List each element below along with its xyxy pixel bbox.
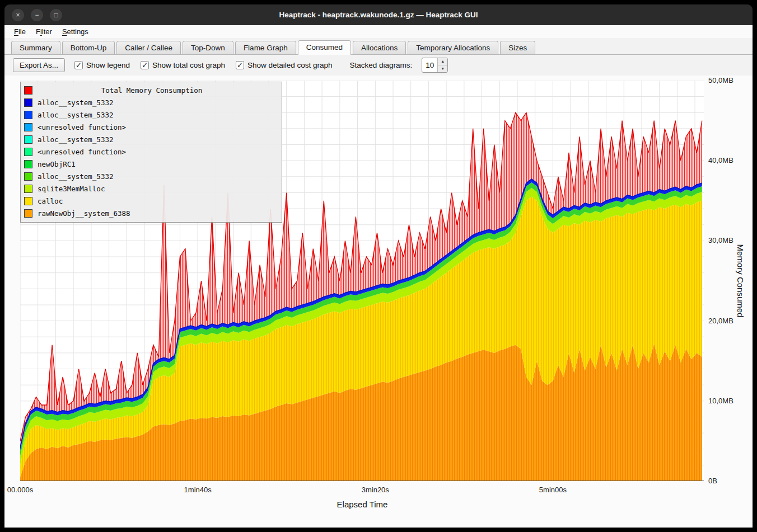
checkbox-box: ✓ (141, 61, 149, 69)
tab-flame-graph[interactable]: Flame Graph (235, 41, 296, 54)
spin-up-icon: ▴ (442, 59, 444, 64)
spin-buttons: ▴ ▾ (437, 58, 447, 72)
x-tick-label: 1min40s (184, 486, 212, 494)
minimize-icon: − (35, 11, 39, 19)
legend-item: alloc__system_5332 (24, 109, 278, 121)
checkbox-group: ✓Show legend✓Show total cost graph✓Show … (74, 61, 333, 69)
legend-swatch (24, 209, 32, 218)
tab-bar: SummaryBottom-UpCaller / CalleeTop-DownF… (4, 38, 753, 55)
window-controls: × − □ (12, 4, 62, 25)
checkbox-label: Show detailed cost graph (247, 61, 333, 69)
x-tick-label: 3min20s (362, 486, 389, 494)
tab-sizes[interactable]: Sizes (500, 41, 535, 54)
y-tick-label: 30,0MB (708, 236, 733, 244)
legend-swatch (24, 185, 32, 193)
spin-down-icon: ▾ (442, 67, 444, 71)
tab-consumed[interactable]: Consumed (298, 40, 351, 55)
app-window: × − □ Heaptrack - heaptrack.wakunode.1.g… (0, 0, 757, 532)
export-as-button[interactable]: Export As... (13, 58, 65, 72)
window-titlebar: × − □ Heaptrack - heaptrack.wakunode.1.g… (4, 4, 753, 25)
chart-area: Total Memory Consumptionalloc__system_53… (4, 76, 753, 528)
tab-allocations[interactable]: Allocations (353, 41, 406, 54)
maximize-button[interactable]: □ (50, 9, 62, 21)
checkbox-show-detailed-cost-graph[interactable]: ✓Show detailed cost graph (236, 61, 333, 69)
legend-item: alloc__system_5332 (24, 170, 278, 182)
legend-item: sqlite3MemMalloc (24, 182, 278, 195)
tab-summary[interactable]: Summary (11, 41, 60, 54)
legend-item: alloc__system_5332 (24, 96, 278, 109)
legend-label: alloc__system_5332 (38, 111, 113, 119)
legend-item: calloc (24, 195, 278, 207)
menu-filter[interactable]: Filter (31, 25, 57, 38)
menubar: FileFilterSettings (4, 25, 753, 38)
legend-label: calloc (38, 197, 63, 205)
y-axis-title: Memory Consumed (736, 244, 745, 318)
legend-swatch (24, 123, 32, 131)
legend-swatch (24, 197, 32, 205)
checkbox-label: Show total cost graph (152, 61, 225, 69)
legend-title-swatch (24, 86, 32, 95)
toolbar: Export As... ✓Show legend✓Show total cos… (4, 55, 753, 76)
checkbox-box: ✓ (236, 61, 244, 69)
legend-label: sqlite3MemMalloc (38, 185, 105, 193)
tab-bottom-up[interactable]: Bottom-Up (62, 41, 115, 54)
legend-item: <unresolved function> (24, 145, 278, 158)
legend-label: rawNewObj__system_6388 (38, 209, 130, 218)
window-title: Heaptrack - heaptrack.wakunode.1.gz — He… (4, 11, 753, 19)
legend-swatch (24, 172, 32, 181)
app-body: FileFilterSettings SummaryBottom-UpCalle… (4, 25, 753, 528)
checkbox-show-total-cost-graph[interactable]: ✓Show total cost graph (141, 61, 225, 69)
legend-swatch (24, 111, 32, 119)
checkbox-box: ✓ (74, 61, 83, 69)
y-tick-label: 40,0MB (708, 156, 733, 164)
legend-item: rawNewObj__system_6388 (24, 207, 278, 219)
stacked-diagrams-label: Stacked diagrams: (350, 61, 413, 69)
legend-item: newObjRC1 (24, 158, 278, 170)
tab-top-down[interactable]: Top-Down (183, 41, 233, 54)
tab-caller-callee[interactable]: Caller / Callee (116, 41, 181, 54)
legend-label: <unresolved function> (38, 123, 126, 131)
maximize-icon: □ (54, 11, 58, 19)
stacked-diagrams-spinbox[interactable]: 10 ▴ ▾ (422, 58, 448, 73)
x-axis-title: Elapsed Time (337, 500, 388, 509)
close-button[interactable]: × (12, 9, 24, 21)
legend-swatch (24, 135, 32, 144)
minimize-button[interactable]: − (31, 9, 43, 21)
legend-label: newObjRC1 (38, 160, 76, 168)
legend-label: alloc__system_5332 (38, 98, 113, 107)
menu-file[interactable]: File (9, 25, 31, 38)
legend-label: alloc__system_5332 (38, 172, 113, 181)
y-tick-label: 10,0MB (708, 397, 733, 405)
legend-swatch (24, 148, 32, 156)
checkbox-label: Show legend (86, 61, 130, 69)
legend-item: alloc__system_5332 (24, 133, 278, 145)
x-tick-label: 5min00s (539, 486, 567, 494)
spin-down-button[interactable]: ▾ (438, 65, 447, 72)
legend-label: alloc__system_5332 (38, 135, 113, 144)
tab-temporary-allocations[interactable]: Temporary Allocations (408, 41, 498, 54)
chart-legend: Total Memory Consumptionalloc__system_53… (20, 82, 282, 223)
stacked-diagrams-value: 10 (422, 58, 437, 72)
y-tick-label: 20,0MB (708, 317, 733, 325)
menu-settings[interactable]: Settings (57, 25, 94, 38)
x-tick-label: 00.000s (7, 486, 33, 494)
legend-label: <unresolved function> (38, 148, 126, 156)
y-tick-label: 0B (708, 477, 717, 485)
y-tick-label: 50,0MB (708, 76, 733, 84)
legend-title-row: Total Memory Consumption (24, 84, 278, 96)
legend-swatch (24, 160, 32, 168)
legend-item: <unresolved function> (24, 121, 278, 133)
checkbox-show-legend[interactable]: ✓Show legend (74, 61, 130, 69)
spin-up-button[interactable]: ▴ (438, 58, 447, 65)
close-icon: × (16, 11, 20, 19)
legend-swatch (24, 98, 32, 107)
legend-title: Total Memory Consumption (38, 86, 266, 95)
